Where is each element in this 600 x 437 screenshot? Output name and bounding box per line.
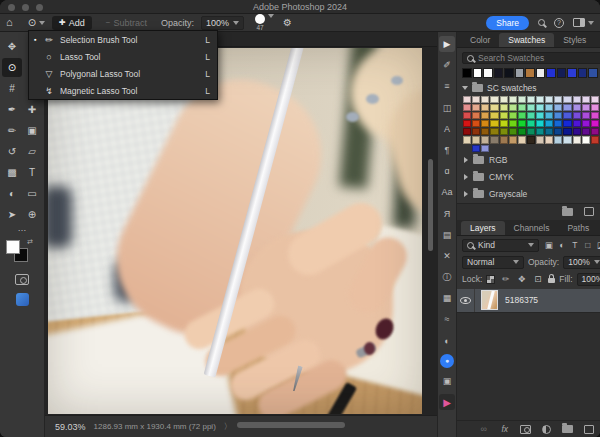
- swatch-cell[interactable]: [545, 128, 553, 135]
- tool-presets-icon[interactable]: ✕: [439, 248, 455, 264]
- canvas-area[interactable]: [45, 47, 437, 415]
- swatch-cell[interactable]: [582, 136, 590, 143]
- search-swatches-input[interactable]: Search Swatches: [462, 52, 600, 64]
- swatch-cell[interactable]: [481, 104, 489, 111]
- swatch-cell[interactable]: [518, 112, 526, 119]
- swatch-cell[interactable]: [591, 128, 599, 135]
- brush-tool[interactable]: ✏: [2, 121, 22, 140]
- gear-icon[interactable]: ⚙: [283, 17, 292, 28]
- swatch-cell[interactable]: [563, 96, 571, 103]
- swatch-cell[interactable]: [582, 128, 590, 135]
- swatch-folder-grayscale[interactable]: Grayscale: [457, 186, 600, 203]
- dodge-tool[interactable]: ◐: [2, 184, 22, 203]
- search-icon[interactable]: [538, 19, 545, 26]
- recent-swatch[interactable]: [483, 68, 493, 78]
- swatch-cell[interactable]: [527, 112, 535, 119]
- swatch-cell[interactable]: [490, 104, 498, 111]
- glyphs-icon[interactable]: ɑ: [439, 163, 455, 179]
- plugins-icon[interactable]: ▶: [439, 394, 455, 410]
- recent-swatch[interactable]: [473, 68, 483, 78]
- swatch-cell[interactable]: [545, 96, 553, 103]
- new-layer-button[interactable]: [583, 425, 594, 434]
- swatch-cell[interactable]: [490, 120, 498, 127]
- recent-swatch[interactable]: [525, 68, 535, 78]
- tab-channels[interactable]: Channels: [505, 221, 559, 235]
- swatch-cell[interactable]: [490, 112, 498, 119]
- tab-styles[interactable]: Styles: [554, 33, 595, 47]
- swatch-cell[interactable]: [563, 104, 571, 111]
- swatch-cell[interactable]: [536, 136, 544, 143]
- swatch-cell[interactable]: [463, 104, 471, 111]
- adjustments-icon[interactable]: ◐: [439, 333, 455, 349]
- edit-toolbar-ellipsis[interactable]: …: [0, 224, 44, 236]
- swatch-cell[interactable]: [582, 96, 590, 103]
- recent-swatch[interactable]: [462, 68, 472, 78]
- swatch-cell[interactable]: [509, 112, 517, 119]
- recent-swatch[interactable]: [546, 68, 556, 78]
- swatch-cell[interactable]: [536, 104, 544, 111]
- recent-swatch[interactable]: [557, 68, 567, 78]
- swatch-cell[interactable]: [518, 136, 526, 143]
- lock-all-icon[interactable]: [548, 278, 555, 283]
- swatch-cell[interactable]: [490, 128, 498, 135]
- clone-source-icon[interactable]: ≡: [439, 78, 455, 94]
- layer-thumbnail[interactable]: [481, 290, 498, 310]
- swatch-cell[interactable]: [545, 104, 553, 111]
- type-tool[interactable]: T: [22, 163, 42, 182]
- swatch-cell[interactable]: [536, 128, 544, 135]
- add-mode-button[interactable]: ✚ Add: [52, 16, 92, 30]
- tab-color[interactable]: Color: [461, 33, 499, 47]
- swatch-cell[interactable]: [554, 136, 562, 143]
- filter-smart-objects-icon[interactable]: ◪: [595, 240, 600, 250]
- swatch-cell[interactable]: [472, 96, 480, 103]
- screen-mode-button[interactable]: [16, 293, 29, 306]
- flyout-item-lasso-tool[interactable]: ○Lasso ToolL: [29, 48, 217, 65]
- swatch-cell[interactable]: [591, 120, 599, 127]
- notes-icon[interactable]: ▤: [439, 227, 455, 243]
- properties-icon[interactable]: ≈: [439, 311, 455, 327]
- zoom-level-field[interactable]: 59.03%: [55, 422, 86, 432]
- minimize-window-button[interactable]: [22, 4, 29, 11]
- swatch-cell[interactable]: [591, 104, 599, 111]
- swatch-cell[interactable]: [518, 104, 526, 111]
- swatch-cell[interactable]: [563, 136, 571, 143]
- workspace-switcher[interactable]: [573, 18, 594, 27]
- swatch-cell[interactable]: [500, 128, 508, 135]
- swatch-cell[interactable]: [518, 120, 526, 127]
- swatch-cell[interactable]: [472, 128, 480, 135]
- character-icon[interactable]: A: [439, 121, 455, 137]
- filter-pixel-layers-icon[interactable]: ▣: [543, 240, 554, 250]
- swatch-cell[interactable]: [472, 136, 480, 143]
- export-icon[interactable]: ▣: [439, 373, 455, 389]
- swatch-cell[interactable]: [573, 128, 581, 135]
- swatch-cell[interactable]: [554, 120, 562, 127]
- eraser-tool[interactable]: ▱: [22, 142, 42, 161]
- layer-row[interactable]: 5186375: [457, 289, 600, 313]
- history-brush-tool[interactable]: ↺: [2, 142, 22, 161]
- layer-effects-button[interactable]: fx: [499, 424, 510, 434]
- filter-shape-layers-icon[interactable]: □: [582, 240, 593, 250]
- zoom-window-button[interactable]: [36, 4, 43, 11]
- home-icon[interactable]: ⌂: [6, 17, 13, 28]
- comments-icon[interactable]: ●: [440, 354, 454, 368]
- brush-settings-icon[interactable]: ✐: [439, 57, 455, 73]
- healing-brush-tool[interactable]: ✚: [22, 100, 42, 119]
- lock-pixels-icon[interactable]: ✏: [500, 274, 511, 284]
- flyout-item-selection-brush-tool[interactable]: ▪✏Selection Brush ToolL: [29, 31, 217, 48]
- swatch-cell[interactable]: [527, 136, 535, 143]
- swatch-cell[interactable]: [500, 104, 508, 111]
- selection-brush-tool[interactable]: ⊙: [2, 58, 22, 77]
- brush-size-picker[interactable]: 47: [255, 14, 274, 32]
- layer-visibility-cell[interactable]: [457, 289, 475, 312]
- paragraph-styles-icon[interactable]: Я: [439, 206, 455, 222]
- swatch-cell[interactable]: [463, 128, 471, 135]
- swatch-cell[interactable]: [463, 120, 471, 127]
- quick-mask-button[interactable]: [15, 274, 29, 285]
- swatch-cell[interactable]: [545, 120, 553, 127]
- tab-layers[interactable]: Layers: [461, 221, 505, 235]
- swatch-cell[interactable]: [490, 136, 498, 143]
- swatch-cell[interactable]: [573, 112, 581, 119]
- swatch-cell[interactable]: [563, 120, 571, 127]
- swatch-cell[interactable]: [582, 112, 590, 119]
- flyout-item-polygonal-lasso-tool[interactable]: ▽Polygonal Lasso ToolL: [29, 65, 217, 82]
